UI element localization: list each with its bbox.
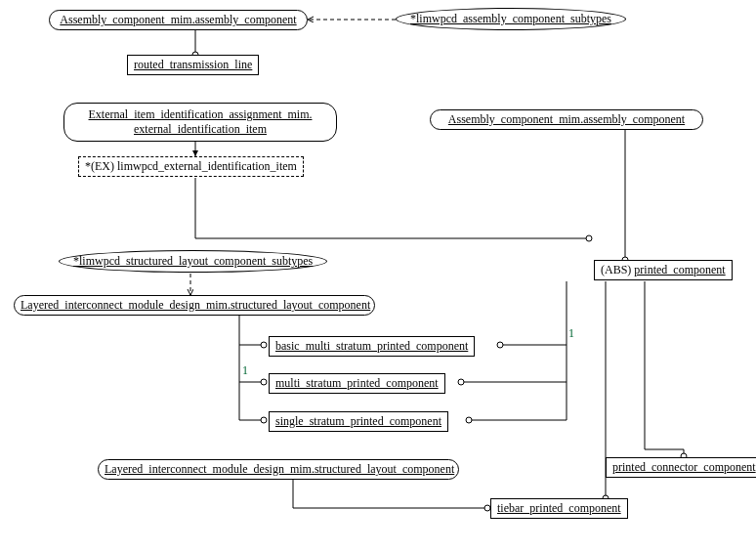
node-structured-layout-component-1[interactable]: Layered_interconnect_module_design_mim.s…	[14, 295, 375, 316]
constraint-limwpcd-structured-layout-subtypes[interactable]: *limwpcd_structured_layout_component_sub…	[59, 250, 327, 273]
label-card-one-b: 1	[568, 326, 574, 341]
link-external-item-identification-l2[interactable]: external_identification_item	[134, 122, 267, 136]
node-assembly-component-2[interactable]: Assembly_component_mim.assembly_componen…	[430, 109, 703, 130]
link-assembly-component-2[interactable]: Assembly_component_mim.assembly_componen…	[448, 112, 685, 126]
node-structured-layout-component-2[interactable]: Layered_interconnect_module_design_mim.s…	[98, 459, 459, 480]
label-ex-limwpcd-external-id-item: *(EX) limwpcd_external_identification_it…	[85, 159, 297, 173]
link-tiebar-printed-component[interactable]: tiebar_printed_component	[497, 501, 621, 515]
link-external-item-identification-l1[interactable]: External_item_identification_assignment_…	[89, 107, 313, 121]
constraint-limwpcd-assembly-subtypes[interactable]: *limwpcd_assembly_component_subtypes	[396, 8, 626, 30]
link-assembly-component-1[interactable]: Assembly_component_mim.assembly_componen…	[60, 13, 296, 26]
node-ex-limwpcd-external-id-item[interactable]: *(EX) limwpcd_external_identification_it…	[78, 156, 304, 177]
node-assembly-component-1[interactable]: Assembly_component_mim.assembly_componen…	[49, 10, 308, 30]
node-tiebar-printed-component[interactable]: tiebar_printed_component	[490, 498, 628, 519]
node-routed-transmission-line[interactable]: routed_transmission_line	[127, 55, 259, 75]
link-single-stratum[interactable]: single_stratum_printed_component	[275, 414, 441, 428]
node-printed-connector-component[interactable]: printed_connector_component	[606, 457, 756, 478]
node-basic-multi-stratum[interactable]: basic_multi_stratum_printed_component	[269, 336, 475, 357]
node-printed-component[interactable]: (ABS) printed_component	[594, 260, 733, 280]
link-routed-transmission-line[interactable]: routed_transmission_line	[134, 58, 252, 71]
node-multi-stratum[interactable]: multi_stratum_printed_component	[269, 373, 445, 394]
label-card-one-a: 1	[242, 363, 248, 378]
link-multi-stratum[interactable]: multi_stratum_printed_component	[275, 376, 439, 390]
link-basic-multi-stratum[interactable]: basic_multi_stratum_printed_component	[275, 339, 468, 353]
link-printed-connector-component[interactable]: printed_connector_component	[612, 460, 756, 474]
node-external-item-identification[interactable]: External_item_identification_assignment_…	[63, 103, 337, 142]
link-limwpcd-assembly-subtypes[interactable]: *limwpcd_assembly_component_subtypes	[410, 12, 611, 25]
link-printed-component[interactable]: printed_component	[634, 263, 725, 276]
link-limwpcd-structured-layout-subtypes[interactable]: *limwpcd_structured_layout_component_sub…	[73, 254, 313, 268]
link-structured-layout-component-1[interactable]: Layered_interconnect_module_design_mim.s…	[21, 298, 370, 312]
node-single-stratum[interactable]: single_stratum_printed_component	[269, 411, 448, 432]
link-structured-layout-component-2[interactable]: Layered_interconnect_module_design_mim.s…	[105, 462, 454, 476]
